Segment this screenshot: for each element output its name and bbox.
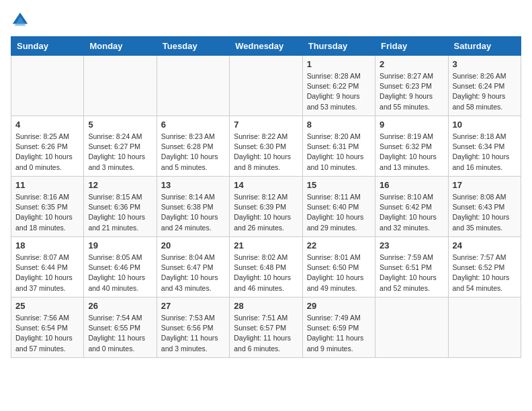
day-number: 18	[15, 240, 79, 250]
day-info: Sunrise: 8:11 AM Sunset: 6:40 PM Dayligh…	[307, 192, 371, 233]
calendar-cell: 3Sunrise: 8:26 AM Sunset: 6:24 PM Daylig…	[448, 56, 521, 116]
calendar-cell: 23Sunrise: 7:59 AM Sunset: 6:51 PM Dayli…	[375, 237, 448, 298]
calendar-cell: 20Sunrise: 8:04 AM Sunset: 6:47 PM Dayli…	[157, 237, 229, 298]
calendar-cell	[375, 298, 448, 358]
calendar-cell: 5Sunrise: 8:24 AM Sunset: 6:27 PM Daylig…	[84, 116, 157, 177]
day-number: 7	[234, 120, 298, 130]
calendar-cell: 22Sunrise: 8:01 AM Sunset: 6:50 PM Dayli…	[302, 237, 375, 298]
calendar-cell	[157, 56, 229, 116]
day-info: Sunrise: 8:15 AM Sunset: 6:36 PM Dayligh…	[88, 192, 152, 233]
day-number: 28	[234, 301, 298, 311]
col-header-wednesday: Wednesday	[230, 37, 302, 56]
calendar-cell: 15Sunrise: 8:11 AM Sunset: 6:40 PM Dayli…	[302, 177, 375, 237]
day-number: 16	[380, 180, 443, 190]
day-info: Sunrise: 8:14 AM Sunset: 6:38 PM Dayligh…	[161, 192, 225, 233]
col-header-friday: Friday	[375, 37, 448, 56]
col-header-tuesday: Tuesday	[157, 37, 229, 56]
calendar-cell	[11, 56, 84, 116]
header-row: SundayMondayTuesdayWednesdayThursdayFrid…	[11, 37, 521, 56]
calendar-cell: 7Sunrise: 8:22 AM Sunset: 6:30 PM Daylig…	[230, 116, 302, 177]
day-number: 5	[88, 120, 152, 130]
day-info: Sunrise: 8:18 AM Sunset: 6:34 PM Dayligh…	[453, 132, 517, 173]
day-number: 13	[161, 180, 225, 190]
day-number: 2	[380, 59, 443, 69]
day-number: 20	[161, 240, 225, 250]
day-number: 6	[161, 120, 225, 130]
day-info: Sunrise: 8:22 AM Sunset: 6:30 PM Dayligh…	[234, 132, 298, 173]
calendar-cell: 12Sunrise: 8:15 AM Sunset: 6:36 PM Dayli…	[84, 177, 157, 237]
day-number: 4	[15, 120, 79, 130]
calendar-cell: 9Sunrise: 8:19 AM Sunset: 6:32 PM Daylig…	[375, 116, 448, 177]
day-info: Sunrise: 7:56 AM Sunset: 6:54 PM Dayligh…	[15, 313, 79, 354]
day-info: Sunrise: 7:57 AM Sunset: 6:52 PM Dayligh…	[453, 253, 517, 293]
day-number: 19	[88, 240, 152, 250]
day-info: Sunrise: 8:19 AM Sunset: 6:32 PM Dayligh…	[380, 132, 443, 173]
col-header-sunday: Sunday	[11, 37, 84, 56]
calendar-cell: 18Sunrise: 8:07 AM Sunset: 6:44 PM Dayli…	[11, 237, 84, 298]
calendar-cell: 29Sunrise: 7:49 AM Sunset: 6:59 PM Dayli…	[302, 298, 375, 358]
logo	[11, 11, 32, 30]
calendar-cell: 26Sunrise: 7:54 AM Sunset: 6:55 PM Dayli…	[84, 298, 157, 358]
day-number: 1	[307, 59, 371, 69]
week-row-5: 25Sunrise: 7:56 AM Sunset: 6:54 PM Dayli…	[11, 298, 521, 358]
day-info: Sunrise: 8:07 AM Sunset: 6:44 PM Dayligh…	[15, 253, 79, 293]
calendar-cell: 8Sunrise: 8:20 AM Sunset: 6:31 PM Daylig…	[302, 116, 375, 177]
day-info: Sunrise: 8:27 AM Sunset: 6:23 PM Dayligh…	[380, 71, 443, 112]
col-header-saturday: Saturday	[448, 37, 521, 56]
calendar-cell: 2Sunrise: 8:27 AM Sunset: 6:23 PM Daylig…	[375, 56, 448, 116]
week-row-2: 4Sunrise: 8:25 AM Sunset: 6:26 PM Daylig…	[11, 116, 521, 177]
day-info: Sunrise: 7:51 AM Sunset: 6:57 PM Dayligh…	[234, 313, 298, 354]
day-number: 3	[453, 59, 517, 69]
day-number: 12	[88, 180, 152, 190]
day-number: 24	[453, 240, 517, 250]
day-info: Sunrise: 7:53 AM Sunset: 6:56 PM Dayligh…	[161, 313, 225, 354]
calendar-cell: 19Sunrise: 8:05 AM Sunset: 6:46 PM Dayli…	[84, 237, 157, 298]
col-header-thursday: Thursday	[302, 37, 375, 56]
day-info: Sunrise: 8:25 AM Sunset: 6:26 PM Dayligh…	[15, 132, 79, 173]
day-number: 25	[15, 301, 79, 311]
day-number: 23	[380, 240, 443, 250]
day-info: Sunrise: 8:02 AM Sunset: 6:48 PM Dayligh…	[234, 253, 298, 293]
day-number: 22	[307, 240, 371, 250]
week-row-3: 11Sunrise: 8:16 AM Sunset: 6:35 PM Dayli…	[11, 177, 521, 237]
week-row-1: 1Sunrise: 8:28 AM Sunset: 6:22 PM Daylig…	[11, 56, 521, 116]
calendar-cell: 24Sunrise: 7:57 AM Sunset: 6:52 PM Dayli…	[448, 237, 521, 298]
day-info: Sunrise: 8:20 AM Sunset: 6:31 PM Dayligh…	[307, 132, 371, 173]
calendar-cell: 28Sunrise: 7:51 AM Sunset: 6:57 PM Dayli…	[230, 298, 302, 358]
day-info: Sunrise: 8:23 AM Sunset: 6:28 PM Dayligh…	[161, 132, 225, 173]
day-number: 26	[88, 301, 152, 311]
day-info: Sunrise: 8:10 AM Sunset: 6:42 PM Dayligh…	[380, 192, 443, 233]
calendar-cell: 11Sunrise: 8:16 AM Sunset: 6:35 PM Dayli…	[11, 177, 84, 237]
calendar-cell: 6Sunrise: 8:23 AM Sunset: 6:28 PM Daylig…	[157, 116, 229, 177]
calendar-cell: 10Sunrise: 8:18 AM Sunset: 6:34 PM Dayli…	[448, 116, 521, 177]
calendar-cell: 21Sunrise: 8:02 AM Sunset: 6:48 PM Dayli…	[230, 237, 302, 298]
day-number: 8	[307, 120, 371, 130]
day-info: Sunrise: 8:04 AM Sunset: 6:47 PM Dayligh…	[161, 253, 225, 293]
day-number: 10	[453, 120, 517, 130]
calendar-cell: 25Sunrise: 7:56 AM Sunset: 6:54 PM Dayli…	[11, 298, 84, 358]
day-info: Sunrise: 8:28 AM Sunset: 6:22 PM Dayligh…	[307, 71, 371, 112]
day-info: Sunrise: 7:59 AM Sunset: 6:51 PM Dayligh…	[380, 253, 443, 293]
day-number: 29	[307, 301, 371, 311]
calendar-cell: 4Sunrise: 8:25 AM Sunset: 6:26 PM Daylig…	[11, 116, 84, 177]
calendar-cell	[448, 298, 521, 358]
day-info: Sunrise: 8:16 AM Sunset: 6:35 PM Dayligh…	[15, 192, 79, 233]
col-header-monday: Monday	[84, 37, 157, 56]
day-info: Sunrise: 8:12 AM Sunset: 6:39 PM Dayligh…	[234, 192, 298, 233]
header	[11, 11, 521, 30]
day-info: Sunrise: 8:24 AM Sunset: 6:27 PM Dayligh…	[88, 132, 152, 173]
calendar-cell	[84, 56, 157, 116]
calendar-cell: 1Sunrise: 8:28 AM Sunset: 6:22 PM Daylig…	[302, 56, 375, 116]
day-number: 14	[234, 180, 298, 190]
calendar-cell: 13Sunrise: 8:14 AM Sunset: 6:38 PM Dayli…	[157, 177, 229, 237]
week-row-4: 18Sunrise: 8:07 AM Sunset: 6:44 PM Dayli…	[11, 237, 521, 298]
calendar-cell	[230, 56, 302, 116]
calendar-cell: 16Sunrise: 8:10 AM Sunset: 6:42 PM Dayli…	[375, 177, 448, 237]
day-number: 15	[307, 180, 371, 190]
day-info: Sunrise: 8:08 AM Sunset: 6:43 PM Dayligh…	[453, 192, 517, 233]
logo-icon	[11, 11, 30, 30]
calendar-cell: 27Sunrise: 7:53 AM Sunset: 6:56 PM Dayli…	[157, 298, 229, 358]
day-info: Sunrise: 7:49 AM Sunset: 6:59 PM Dayligh…	[307, 313, 371, 354]
day-number: 11	[15, 180, 79, 190]
day-number: 9	[380, 120, 443, 130]
